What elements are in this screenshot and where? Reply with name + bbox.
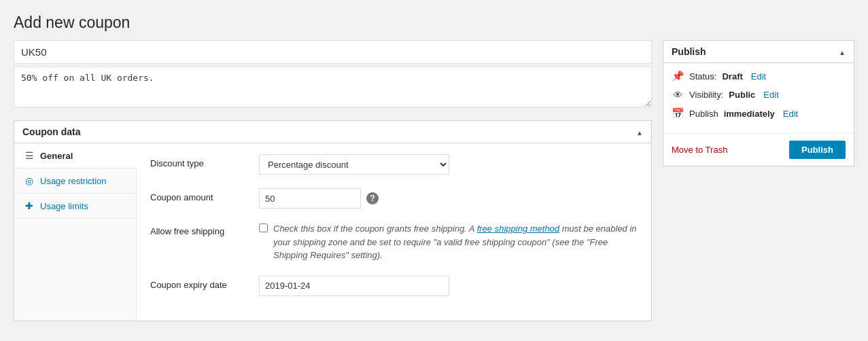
publish-header[interactable]: Publish xyxy=(663,41,854,63)
allow-free-shipping-checkbox[interactable] xyxy=(259,223,268,232)
publish-actions: Move to Trash Publish xyxy=(663,133,854,166)
coupon-description-textarea[interactable]: 50% off on all UK orders. xyxy=(14,67,652,107)
tab-general[interactable]: ☰ General xyxy=(14,143,137,168)
visibility-icon: 👁 xyxy=(672,89,684,101)
coupon-expiry-date-row: Coupon expiry date xyxy=(150,276,638,296)
publish-time-label: Publish xyxy=(689,109,718,119)
coupon-amount-label: Coupon amount xyxy=(150,188,259,202)
move-to-trash-link[interactable]: Move to Trash xyxy=(672,145,727,155)
publish-body: 📌 Status: Draft Edit 👁 Visibility: Publi… xyxy=(663,63,854,133)
publish-title: Publish xyxy=(672,46,706,57)
coupon-data-header[interactable]: Coupon data xyxy=(14,121,651,143)
coupon-data-collapse-icon xyxy=(636,127,643,137)
usage-limits-tab-icon: ✚ xyxy=(24,200,35,211)
coupon-data-body: ☰ General ◎ Usage restriction ✚ Usage li… xyxy=(14,143,651,321)
publish-time-edit-link[interactable]: Edit xyxy=(783,109,798,119)
tab-usage-limits[interactable]: ✚ Usage limits xyxy=(14,194,136,219)
main-area: 50% off on all UK orders. Coupon data ☰ … xyxy=(14,40,652,321)
coupon-fields: Discount type Percentage discount Fixed … xyxy=(137,143,651,321)
coupon-data-title: Coupon data xyxy=(22,126,81,137)
coupon-amount-control: ? xyxy=(259,188,638,209)
discount-type-control: Percentage discount Fixed cart discount … xyxy=(259,154,638,175)
publish-box: Publish 📌 Status: Draft Edit 👁 Visibilit… xyxy=(663,40,854,166)
coupon-amount-input[interactable] xyxy=(259,188,361,209)
usage-restriction-tab-label: Usage restriction xyxy=(40,176,107,186)
general-tab-icon: ☰ xyxy=(24,150,35,161)
general-tab-label: General xyxy=(40,151,73,161)
free-shipping-description: Check this box if the coupon grants free… xyxy=(273,222,638,262)
coupon-amount-row: Coupon amount ? xyxy=(150,188,638,209)
coupon-tabs: ☰ General ◎ Usage restriction ✚ Usage li… xyxy=(14,143,137,321)
status-icon: 📌 xyxy=(672,70,684,82)
publish-button[interactable]: Publish xyxy=(789,141,846,159)
discount-type-row: Discount type Percentage discount Fixed … xyxy=(150,154,638,175)
coupon-code-input[interactable] xyxy=(14,40,652,64)
coupon-expiry-date-input[interactable] xyxy=(259,276,449,296)
allow-free-shipping-row: Allow free shipping Check this box if th… xyxy=(150,222,638,262)
visibility-edit-link[interactable]: Edit xyxy=(763,90,778,100)
sidebar: Publish 📌 Status: Draft Edit 👁 Visibilit… xyxy=(663,40,854,321)
publish-collapse-icon xyxy=(839,47,846,57)
allow-free-shipping-label: Allow free shipping xyxy=(150,222,259,236)
tab-usage-restriction[interactable]: ◎ Usage restriction xyxy=(14,168,136,194)
coupon-expiry-date-control xyxy=(259,276,638,296)
visibility-value: Public xyxy=(729,90,755,100)
calendar-icon: 📅 xyxy=(672,107,684,120)
coupon-data-box: Coupon data ☰ General ◎ Usage restrictio… xyxy=(14,120,652,321)
status-edit-link[interactable]: Edit xyxy=(751,71,766,82)
coupon-expiry-date-label: Coupon expiry date xyxy=(150,276,259,290)
publish-time-value: immediately xyxy=(724,109,775,119)
page-title: Add new coupon xyxy=(14,14,854,32)
publish-time-row: 📅 Publish immediately Edit xyxy=(672,107,846,120)
free-shipping-method-link[interactable]: free shipping method xyxy=(477,223,559,234)
discount-type-label: Discount type xyxy=(150,154,259,168)
coupon-amount-help-icon[interactable]: ? xyxy=(366,192,379,204)
discount-type-select[interactable]: Percentage discount Fixed cart discount … xyxy=(259,154,449,175)
usage-limits-tab-label: Usage limits xyxy=(40,201,88,211)
status-value: Draft xyxy=(722,71,742,82)
usage-restriction-tab-icon: ◎ xyxy=(24,175,35,186)
allow-free-shipping-control: Check this box if the coupon grants free… xyxy=(259,222,638,262)
status-label: Status: xyxy=(689,71,716,82)
publish-visibility-row: 👁 Visibility: Public Edit xyxy=(672,89,846,101)
visibility-label: Visibility: xyxy=(689,90,723,100)
publish-status-row: 📌 Status: Draft Edit xyxy=(672,70,846,82)
